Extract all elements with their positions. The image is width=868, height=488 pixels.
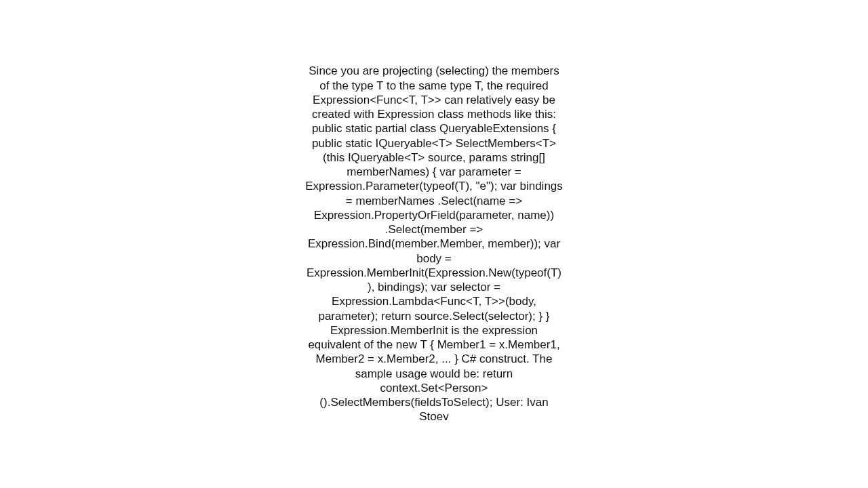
answer-text-block: Since you are projecting (selecting) the… (305, 64, 563, 424)
